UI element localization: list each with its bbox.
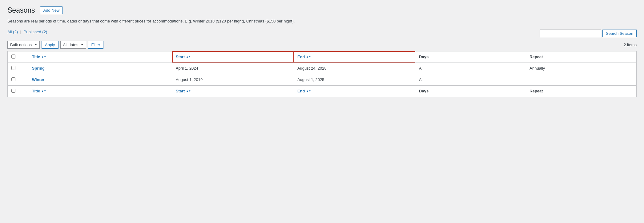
footer-start-sort-link[interactable]: Start ▲▼ — [176, 89, 191, 93]
th-start: Start ▲▼ — [172, 51, 294, 63]
row-title-link[interactable]: Spring — [32, 66, 45, 71]
th-checkbox — [8, 51, 28, 63]
row-title-link[interactable]: Winter — [32, 77, 44, 82]
filter-all-link[interactable]: All (2) — [7, 30, 19, 34]
row-end-cell: August 1, 2025 — [294, 74, 415, 85]
row-title-cell: Winter — [28, 74, 172, 85]
search-input[interactable] — [540, 30, 601, 37]
toolbar-left: Bulk actions Apply All dates Filter — [7, 41, 103, 49]
footer-select-all-checkbox[interactable] — [11, 89, 15, 93]
th-footer-end: End ▲▼ — [294, 85, 415, 97]
search-area: Search Season — [540, 30, 637, 37]
start-sort-link[interactable]: Start ▲▼ — [176, 55, 191, 59]
row-checkbox[interactable] — [11, 66, 15, 70]
footer-title-sort-link[interactable]: Title ▲▼ — [32, 89, 46, 93]
th-footer-days: Days — [415, 85, 526, 97]
th-footer-checkbox — [8, 85, 28, 97]
th-title: Title ▲▼ — [28, 51, 172, 63]
filter-published-link[interactable]: Published (2) — [24, 30, 47, 34]
filter-links: All (2) | Published (2) — [7, 30, 47, 34]
row-days-cell: All — [415, 63, 526, 74]
bulk-actions-select[interactable]: Bulk actions — [7, 41, 40, 49]
end-sort-icon: ▲▼ — [306, 56, 311, 58]
table-header-row: Title ▲▼ Start ▲▼ End ▲▼ Days Repeat — [8, 51, 637, 63]
row-days-cell: All — [415, 74, 526, 85]
search-season-button[interactable]: Search Season — [602, 30, 637, 37]
row-end-cell: August 24, 2028 — [294, 63, 415, 74]
end-sort-link[interactable]: End ▲▼ — [297, 55, 311, 59]
start-sort-icon: ▲▼ — [186, 56, 191, 58]
th-footer-repeat: Repeat — [526, 85, 636, 97]
th-end: End ▲▼ — [294, 51, 415, 63]
table-row: Winter August 1, 2019 August 1, 2025 All… — [8, 74, 637, 85]
apply-button[interactable]: Apply — [42, 41, 58, 49]
table-footer-row: Title ▲▼ Start ▲▼ End ▲▼ Days Repeat — [8, 85, 637, 97]
table-row: Spring April 1, 2024 August 24, 2028 All… — [8, 63, 637, 74]
row-repeat-cell: — — [526, 74, 636, 85]
page-header: Seasons Add New — [7, 6, 637, 14]
row-title-cell: Spring — [28, 63, 172, 74]
filter-separator: | — [20, 30, 21, 34]
select-all-checkbox[interactable] — [11, 55, 15, 59]
page-title: Seasons — [7, 6, 35, 14]
th-footer-title: Title ▲▼ — [28, 85, 172, 97]
dates-filter-select[interactable]: All dates — [60, 41, 86, 49]
add-new-button[interactable]: Add New — [40, 6, 63, 14]
th-footer-start: Start ▲▼ — [172, 85, 294, 97]
footer-start-sort-icon: ▲▼ — [186, 90, 191, 92]
row-repeat-cell: Annually — [526, 63, 636, 74]
row-start-cell: April 1, 2024 — [172, 63, 294, 74]
title-sort-icon: ▲▼ — [41, 56, 46, 58]
filter-button[interactable]: Filter — [88, 41, 104, 49]
row-checkbox-cell — [8, 63, 28, 74]
footer-end-sort-link[interactable]: End ▲▼ — [297, 89, 311, 93]
row-start-cell: August 1, 2019 — [172, 74, 294, 85]
footer-end-sort-icon: ▲▼ — [306, 90, 311, 92]
items-count: 2 items — [624, 43, 637, 47]
toolbar-row: Bulk actions Apply All dates Filter 2 it… — [7, 41, 637, 49]
top-bar: All (2) | Published (2) Search Season — [7, 30, 637, 39]
seasons-table: Title ▲▼ Start ▲▼ End ▲▼ Days Repeat — [7, 51, 637, 97]
th-repeat: Repeat — [526, 51, 636, 63]
th-days: Days — [415, 51, 526, 63]
page-description: Seasons are real periods of time, dates … — [7, 18, 637, 25]
title-sort-link[interactable]: Title ▲▼ — [32, 55, 46, 59]
footer-title-sort-icon: ▲▼ — [41, 90, 46, 92]
row-checkbox-cell — [8, 74, 28, 85]
row-checkbox[interactable] — [11, 77, 15, 81]
